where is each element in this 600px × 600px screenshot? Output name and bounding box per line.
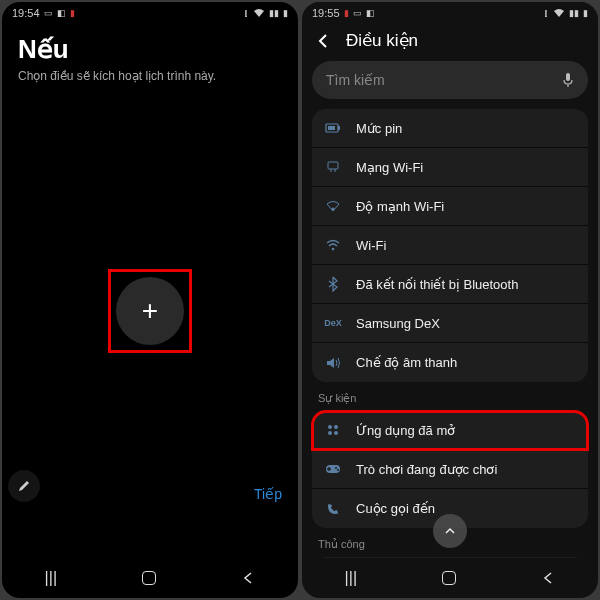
wifi-icon [253, 8, 265, 18]
wifi-icon [324, 236, 342, 254]
phone-right: 19:55 ▮ ▭ ◧ ⫿ ▮▮ ▮ Điều kiện Tìm kiếm [302, 2, 598, 598]
vibrate-icon: ⫿ [244, 8, 249, 18]
phone-left: 19:54 ▭ ◧ ▮ ⫿ ▮▮ ▮ Nếu Chọn điều sẽ kích… [2, 2, 298, 598]
notification-icon: ▮ [70, 8, 75, 18]
condition-wifi-strength[interactable]: Độ mạnh Wi-Fi [312, 187, 588, 226]
back-button[interactable] [314, 32, 332, 50]
item-label: Wi-Fi [356, 238, 386, 253]
navbar-right: ||| [302, 558, 598, 598]
wifi-icon [553, 8, 565, 18]
statusbar-right: 19:55 ▮ ▭ ◧ ⫿ ▮▮ ▮ [302, 2, 598, 24]
navbar-left: ||| [2, 558, 298, 598]
sound-icon [324, 354, 342, 372]
nav-home[interactable] [442, 571, 456, 585]
page-subtitle: Chọn điều sẽ kích hoạt lịch trình này. [18, 69, 282, 83]
plus-icon: + [142, 295, 158, 327]
item-label: Trò chơi đang được chơi [356, 462, 497, 477]
add-button[interactable]: + [116, 277, 184, 345]
header-row: Điều kiện [302, 24, 598, 61]
svg-point-12 [335, 467, 337, 469]
svg-point-9 [328, 431, 332, 435]
nav-back[interactable] [241, 571, 255, 585]
condition-start-button[interactable]: Đã chạm phím bắt đầu [312, 557, 588, 558]
condition-sound-mode[interactable]: Chế độ âm thanh [312, 343, 588, 382]
condition-wifi[interactable]: Wi-Fi [312, 226, 588, 265]
item-label: Đã kết nối thiết bị Bluetooth [356, 277, 518, 292]
notification-icon: ▭ [353, 8, 362, 18]
search-placeholder: Tìm kiếm [326, 72, 385, 88]
scroll-top-button[interactable] [433, 514, 467, 548]
nav-recents[interactable]: ||| [345, 569, 357, 587]
gamepad-icon [324, 460, 342, 478]
chevron-up-icon [443, 524, 457, 538]
battery-icon: ▮ [283, 8, 288, 18]
page-title: Nếu [18, 34, 282, 65]
header-block: Nếu Chọn điều sẽ kích hoạt lịch trình nà… [2, 24, 298, 97]
condition-dex[interactable]: DeX Samsung DeX [312, 304, 588, 343]
bluetooth-icon [324, 275, 342, 293]
svg-point-13 [337, 469, 339, 471]
svg-rect-4 [328, 162, 338, 169]
pencil-icon [17, 479, 31, 493]
condition-bluetooth[interactable]: Đã kết nối thiết bị Bluetooth [312, 265, 588, 304]
header-title: Điều kiện [346, 30, 418, 51]
item-label: Chế độ âm thanh [356, 355, 457, 370]
signal-icon: ▮▮ [569, 8, 579, 18]
item-label: Cuộc gọi đến [356, 501, 435, 516]
item-label: Mức pin [356, 121, 402, 136]
mic-icon[interactable] [562, 72, 574, 88]
nav-recents[interactable]: ||| [45, 569, 57, 587]
svg-rect-0 [566, 73, 570, 81]
item-label: Độ mạnh Wi-Fi [356, 199, 444, 214]
edit-button[interactable] [8, 470, 40, 502]
notification-icon: ◧ [366, 8, 375, 18]
dex-icon: DeX [324, 314, 342, 332]
battery-icon: ▮ [583, 8, 588, 18]
notification-icon: ◧ [57, 8, 66, 18]
battery-icon [324, 119, 342, 137]
search-input[interactable]: Tìm kiếm [312, 61, 588, 99]
svg-point-8 [334, 425, 338, 429]
notification-icon: ▮ [344, 8, 349, 18]
wifi-strength-icon [324, 197, 342, 215]
section-events: Sự kiện [312, 390, 588, 411]
clock: 19:54 [12, 7, 40, 19]
condition-game-playing[interactable]: Trò chơi đang được chơi [312, 450, 588, 489]
svg-point-6 [332, 248, 335, 251]
body-left: + Tiếp [2, 97, 298, 558]
nav-back[interactable] [541, 571, 555, 585]
svg-point-5 [332, 208, 335, 211]
condition-list: Mức pin Mạng Wi-Fi Độ mạnh Wi-Fi Wi-Fi Đ… [302, 109, 598, 558]
svg-rect-2 [338, 126, 340, 130]
item-label: Mạng Wi-Fi [356, 160, 423, 175]
condition-wifi-network[interactable]: Mạng Wi-Fi [312, 148, 588, 187]
vibrate-icon: ⫿ [544, 8, 549, 18]
item-label: Ứng dụng đã mở [356, 423, 455, 438]
condition-battery[interactable]: Mức pin [312, 109, 588, 148]
phone-icon [324, 500, 342, 518]
wifi-network-icon [324, 158, 342, 176]
signal-icon: ▮▮ [269, 8, 279, 18]
apps-icon [324, 421, 342, 439]
nav-home[interactable] [142, 571, 156, 585]
condition-app-opened[interactable]: Ứng dụng đã mở [312, 411, 588, 450]
notification-icon: ▭ [44, 8, 53, 18]
svg-rect-3 [328, 126, 335, 130]
clock: 19:55 [312, 7, 340, 19]
svg-point-10 [334, 431, 338, 435]
svg-point-7 [328, 425, 332, 429]
item-label: Samsung DeX [356, 316, 440, 331]
next-button[interactable]: Tiếp [254, 486, 282, 502]
statusbar-left: 19:54 ▭ ◧ ▮ ⫿ ▮▮ ▮ [2, 2, 298, 24]
